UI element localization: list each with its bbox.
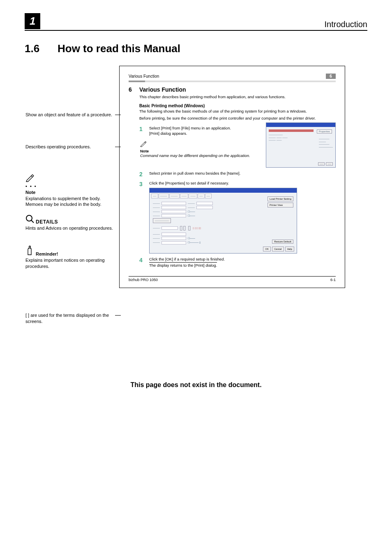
screenshot-properties-dialog: ──────────────────── Load Printer Settin… [149, 188, 297, 254]
sample-step: 2 Select printer in pull down menu besid… [139, 171, 336, 178]
chapter-badge: 1 [25, 13, 40, 29]
callout-text: Show an object and feature of a procedur… [25, 112, 112, 117]
step-text: Click the [OK] if a required setup is fi… [149, 257, 336, 262]
running-head-tab: 6 [326, 74, 336, 79]
sample-note-body: Command name may be different depending … [140, 153, 262, 158]
header-bar: 1 Introduction [25, 13, 367, 31]
step-text: Select printer in pull down menu besides… [149, 171, 336, 176]
callout-details: DETAILS Hints and Advices on operating p… [25, 214, 116, 231]
running-head-text: Various Function [129, 74, 159, 78]
step-number: 4 [139, 257, 145, 263]
magnifier-icon [25, 214, 35, 224]
step-text: Select [Print] from [File] menu in an ap… [149, 126, 262, 131]
cancel-button[interactable]: Cancel [272, 247, 284, 251]
hand-icon [25, 245, 35, 256]
ok-button[interactable]: OK [263, 247, 271, 251]
svg-line-1 [31, 220, 34, 223]
sample-divider [129, 81, 336, 82]
section-number: 1.6 [25, 42, 58, 55]
sample-chapter-number: 6 [129, 86, 134, 268]
sample-foot-right: 6-1 [330, 278, 336, 282]
callout-brackets: [ ] are used for the terms displayed on … [25, 312, 116, 325]
sample-foot-left: bizhub PRO 1050 [129, 278, 158, 282]
pen-icon [25, 173, 34, 182]
pen-icon [140, 141, 147, 148]
load-printer-setting-button[interactable]: Load Printer Setting [267, 196, 293, 201]
sample-para: The following shows the basic methods of… [139, 109, 336, 114]
ellipsis-icon: • • • [25, 184, 37, 189]
step-number: 3 [139, 181, 145, 187]
reminder-body: Explains important notices on operating … [25, 258, 105, 269]
step-number: 2 [139, 171, 145, 178]
page: 1 Introduction 1.6How to read this Manua… [0, 0, 392, 405]
step-text: [Print] dialog appears. [149, 131, 262, 136]
section-heading: 1.6How to read this Manual [25, 42, 367, 55]
restore-default-button[interactable]: Restore Default [272, 240, 293, 244]
sample-body: 6 Various Function This chapter describe… [129, 86, 336, 268]
sample-step: 3 Click the [Properties] to set detail i… [139, 181, 336, 254]
help-button[interactable]: Help [285, 247, 294, 251]
sample-step: 4 Click the [OK] if a required setup is … [139, 257, 336, 268]
details-body: Hints and Advices on operating procedure… [25, 226, 113, 231]
step-text: The display returns to the [Print] dialo… [149, 262, 217, 268]
callout-text: [ ] are used for the terms displayed on … [25, 313, 109, 324]
sample-footer: bizhub PRO 1050 6-1 [129, 276, 336, 282]
callout-show-object: Show an object and feature of a procedur… [25, 112, 116, 118]
callouts-column: Show an object and feature of a procedur… [25, 66, 119, 370]
details-label: DETAILS [36, 219, 58, 225]
diagram: Show an object and feature of a procedur… [25, 66, 367, 370]
callout-reminder: Reminder! Explains important notices on … [25, 245, 116, 270]
step-number: 1 [139, 126, 145, 132]
sample-note-label: Note [140, 149, 149, 153]
section-title: How to read this Manual [58, 42, 180, 55]
sample-running-head: Various Function 6 [129, 74, 336, 79]
sample-note-block: Note Command name may be different depen… [140, 141, 262, 158]
sample-h1: Various Function [139, 86, 336, 93]
note-body: Explanations to supplement the body. Mem… [25, 196, 101, 207]
reminder-label: Reminder! [36, 251, 58, 256]
screenshot-print-dialog: Properties ──────── ──── ─── ─── ──── ──… [266, 122, 336, 168]
printer-view-button[interactable]: Printer View [267, 203, 293, 208]
section-label: Introduction [324, 20, 367, 29]
sample-page: Various Function 6 6 Various Function Th… [119, 66, 345, 288]
note-label: Note [25, 190, 35, 195]
sample-step: 1 Select [Print] from [File] menu in an … [139, 126, 262, 136]
step-text: Click the [Properties] to set detail if … [149, 181, 336, 186]
nonexist-note: This page does not exist in the document… [25, 381, 367, 389]
sample-intro: This chapter describes basic printing me… [139, 95, 336, 99]
callout-text: Describes operating procedures. [25, 144, 91, 149]
callout-note: • • • Note Explanations to supplement th… [25, 173, 116, 208]
sample-para: Before printing, be sure the connecttion… [139, 116, 336, 121]
sample-subheading: Basic Printing method (Windows) [139, 104, 336, 108]
callout-describes: Describes operating procedures. [25, 144, 116, 150]
svg-point-0 [26, 215, 32, 221]
